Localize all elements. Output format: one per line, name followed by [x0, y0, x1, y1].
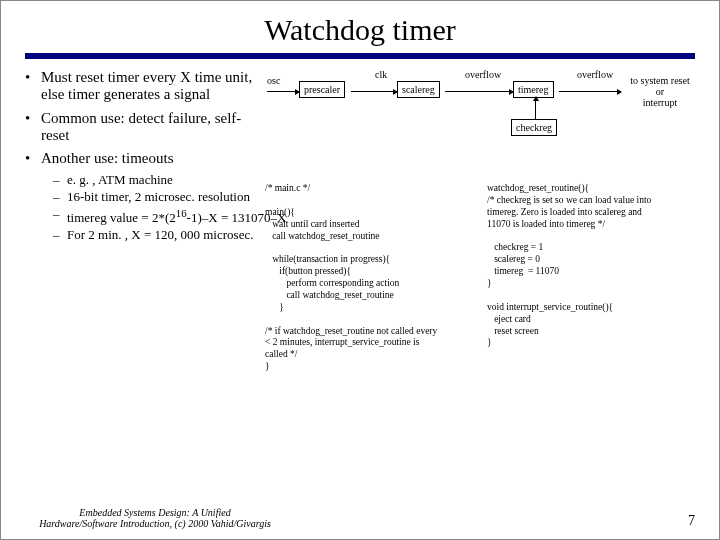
label-overflow1: overflow	[465, 69, 501, 80]
bullet-3: • Another use: timeouts	[25, 150, 265, 167]
dash-icon: –	[53, 207, 67, 226]
bullet-list: • Must reset timer every X time unit, el…	[25, 69, 265, 373]
bullet-text: Common use: detect failure, self-reset	[41, 110, 265, 145]
box-scalereg: scalereg	[397, 81, 440, 98]
dash-icon: –	[53, 190, 67, 205]
arrow-osc	[267, 91, 299, 92]
footer: Embedded Systems Design: A Unified Hardw…	[25, 507, 695, 529]
bullet-text: For 2 min. , X = 120, 000 microsec.	[67, 228, 253, 243]
bullet-text: Another use: timeouts	[41, 150, 173, 167]
label-osc: osc	[267, 75, 280, 86]
note-output: to system reset or interrupt	[625, 75, 695, 108]
bullet-text: e. g. , ATM machine	[67, 173, 173, 188]
arrow-ovf2	[559, 91, 621, 92]
label-overflow2: overflow	[577, 69, 613, 80]
arrow-checkreg	[535, 97, 536, 119]
bullet-icon: •	[25, 69, 41, 104]
bullet-3a: – e. g. , ATM machine	[53, 173, 265, 188]
arrow-ovf1	[445, 91, 513, 92]
code-routine: watchdog_reset_routine(){ /* checkreg is…	[487, 183, 692, 373]
box-checkreg: checkreg	[511, 119, 557, 136]
footer-text: Embedded Systems Design: A Unified Hardw…	[25, 507, 285, 529]
dash-icon: –	[53, 228, 67, 243]
bullet-1: • Must reset timer every X time unit, el…	[25, 69, 265, 104]
bullet-icon: •	[25, 110, 41, 145]
page-number: 7	[688, 513, 695, 529]
bullet-text: timereg value = 2*(216-1)–X = 131070–X	[67, 207, 286, 226]
bullet-3d: – For 2 min. , X = 120, 000 microsec.	[53, 228, 265, 243]
slide: Watchdog timer • Must reset timer every …	[0, 0, 720, 540]
bullet-text: Must reset timer every X time unit, else…	[41, 69, 265, 104]
label-clk: clk	[375, 69, 387, 80]
arrow-clk	[351, 91, 397, 92]
right-column: osc clk overflow overflow prescaler scal…	[265, 69, 695, 373]
bullet-3b: – 16-bit timer, 2 microsec. resolution	[53, 190, 265, 205]
bullet-text: 16-bit timer, 2 microsec. resolution	[67, 190, 250, 205]
exponent: 16	[176, 207, 187, 219]
bullet-3c: – timereg value = 2*(216-1)–X = 131070–X	[53, 207, 265, 226]
bullet-2: • Common use: detect failure, self-reset	[25, 110, 265, 145]
code-main: /* main.c */ main(){ wait until card ins…	[265, 183, 475, 373]
box-prescaler: prescaler	[299, 81, 345, 98]
block-diagram: osc clk overflow overflow prescaler scal…	[265, 69, 695, 179]
page-title: Watchdog timer	[25, 13, 695, 47]
dash-icon: –	[53, 173, 67, 188]
code-row: /* main.c */ main(){ wait until card ins…	[265, 183, 695, 373]
content-columns: • Must reset timer every X time unit, el…	[25, 69, 695, 373]
title-divider	[25, 53, 695, 59]
bullet-icon: •	[25, 150, 41, 167]
